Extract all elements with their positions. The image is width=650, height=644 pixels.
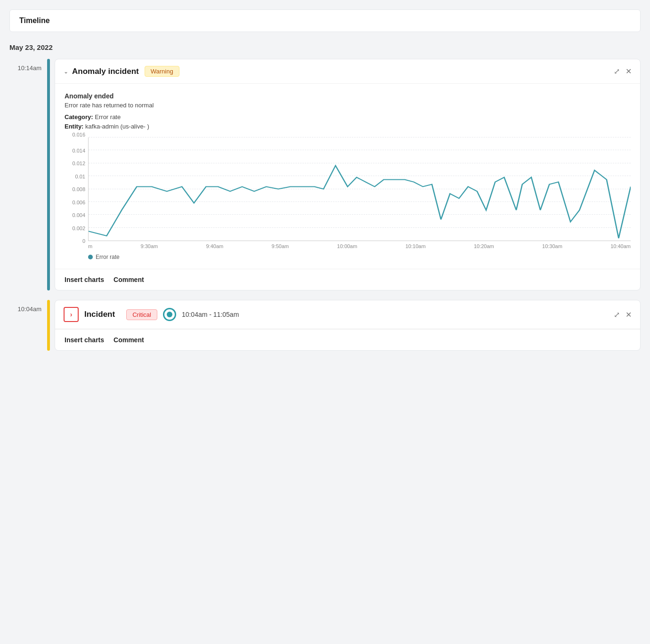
y-label-0004: 0.004	[72, 212, 85, 218]
insert-charts-button-1[interactable]: Insert charts	[65, 276, 104, 283]
warning-badge: Warning	[145, 66, 179, 77]
comment-button-2[interactable]: Comment	[114, 336, 144, 344]
y-label-001: 0.01	[75, 174, 85, 179]
timeline-panel: Timeline	[9, 9, 641, 32]
x-label-m: m	[88, 243, 92, 249]
event-time-2: 10:04am	[9, 300, 47, 313]
anomaly-info: Anomaly ended Error rate has returned to…	[65, 92, 631, 130]
comment-button-1[interactable]: Comment	[114, 276, 144, 283]
date-label: May 23, 2022	[9, 43, 641, 51]
external-link-icon-incident[interactable]: ⤢	[614, 310, 620, 319]
insert-charts-button-2[interactable]: Insert charts	[65, 336, 104, 344]
anomaly-card-header: ⌄ Anomaly incident Warning ⤢ ✕	[55, 59, 640, 84]
timeline-bar-teal	[47, 59, 50, 290]
x-label-1010: 10:10am	[406, 243, 426, 249]
legend-dot-error-rate	[88, 255, 93, 259]
anomaly-card-footer: Insert charts Comment	[55, 269, 640, 290]
card-actions-incident: ⤢ ✕	[614, 310, 632, 319]
error-rate-line-chart	[89, 137, 631, 241]
x-label-940: 9:40am	[206, 243, 224, 249]
critical-badge: Critical	[126, 309, 157, 320]
chevron-down-icon[interactable]: ⌄	[64, 68, 68, 75]
x-label-1020: 10:20am	[474, 243, 494, 249]
close-icon-incident[interactable]: ✕	[626, 310, 632, 319]
x-axis: m 9:30am 9:40am 9:50am 10:00am 10:10am 1…	[88, 241, 631, 249]
y-label-0016: 0.016	[72, 132, 85, 137]
chevron-right-icon: ›	[70, 311, 73, 318]
category-label: Category:	[65, 113, 93, 121]
event-time-1: 10:14am	[9, 59, 47, 72]
legend-text-error-rate: Error rate	[96, 254, 120, 260]
x-label-1000: 10:00am	[337, 243, 358, 249]
x-label-930: 9:30am	[141, 243, 158, 249]
y-label-0: 0	[82, 238, 85, 244]
status-dot	[163, 308, 176, 321]
external-link-icon[interactable]: ⤢	[614, 67, 620, 76]
card-actions-anomaly: ⤢ ✕	[614, 67, 632, 76]
page-title: Timeline	[19, 16, 50, 24]
incident-card-header: › Incident Critical 10:04am - 11:05am ⤢ …	[55, 300, 640, 329]
incident-card-footer: Insert charts Comment	[55, 329, 640, 350]
y-label-0002: 0.002	[72, 225, 85, 231]
incident-card-title: Incident	[84, 310, 115, 319]
chart-legend: Error rate	[88, 254, 631, 260]
anomaly-incident-card: ⌄ Anomaly incident Warning ⤢ ✕ Anomaly e…	[55, 59, 641, 290]
anomaly-card-body: Anomaly ended Error rate has returned to…	[55, 84, 640, 269]
category-row: Category: Error rate	[65, 113, 631, 121]
timeline-bar-yellow	[47, 300, 50, 351]
incident-header-row: › Incident Critical 10:04am - 11:05am	[64, 307, 239, 322]
anomaly-chart-container: 0 0.002 0.004 0.006 0.008 0.01 0.012 0.0…	[65, 137, 631, 260]
x-label-950: 9:50am	[272, 243, 289, 249]
y-axis: 0 0.002 0.004 0.006 0.008 0.01 0.012 0.0…	[65, 137, 88, 241]
anomaly-description: Error rate has returned to normal	[65, 102, 631, 109]
x-label-1030: 10:30am	[542, 243, 562, 249]
entity-label: Entity:	[65, 123, 83, 130]
anomaly-ended-label: Anomaly ended	[65, 92, 631, 100]
category-value: Error rate	[95, 113, 121, 121]
status-dot-inner	[167, 312, 172, 317]
y-label-0014: 0.014	[72, 148, 85, 153]
expand-icon-box[interactable]: ›	[64, 307, 79, 322]
y-label-0006: 0.006	[72, 200, 85, 205]
timeline-row-incident: 10:04am › Incident Critical 10:04am - 11…	[9, 300, 641, 351]
anomaly-card-title: Anomaly incident	[72, 67, 139, 76]
x-label-1040: 10:40am	[610, 243, 631, 249]
timeline-row-anomaly: 10:14am ⌄ Anomaly incident Warning ⤢ ✕ A…	[9, 59, 641, 290]
entity-value: kafka-admin (us-alive- )	[85, 123, 149, 130]
incident-time-range: 10:04am - 11:05am	[182, 311, 239, 318]
entity-row: Entity: kafka-admin (us-alive- )	[65, 123, 631, 130]
incident-card: › Incident Critical 10:04am - 11:05am ⤢ …	[55, 300, 641, 351]
y-label-0008: 0.008	[72, 186, 85, 192]
close-icon[interactable]: ✕	[626, 67, 632, 76]
y-label-0012: 0.012	[72, 161, 85, 166]
